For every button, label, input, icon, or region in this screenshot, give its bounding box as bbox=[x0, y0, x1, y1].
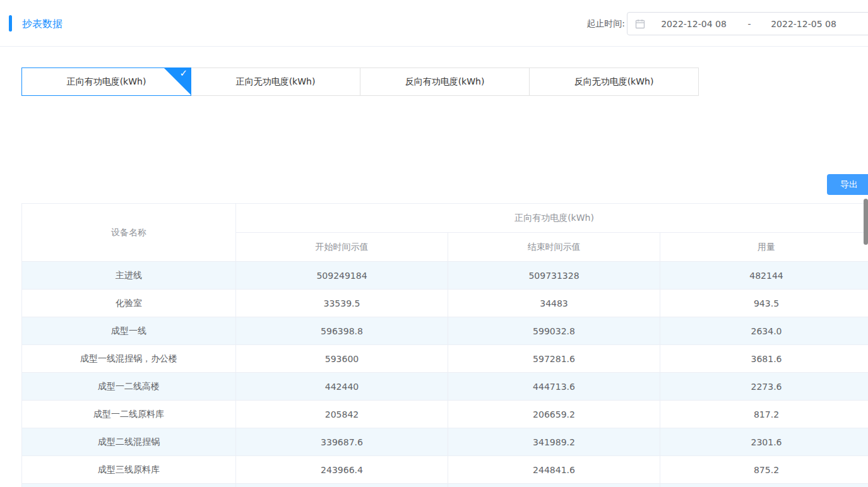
meter-reading-page: 抄表数据 起止时间: 2022-12-04 08 - 2022-12-05 08… bbox=[0, 0, 868, 487]
page-title: 抄表数据 bbox=[22, 18, 62, 31]
cell-usage: 2273.6 bbox=[660, 373, 868, 401]
col-header-device-name: 设备名称 bbox=[22, 204, 236, 262]
table-row: 成型一二线高楼 442440 444713.6 2273.6 bbox=[22, 373, 868, 401]
table-row: 化验室 33539.5 34483 943.5 bbox=[22, 290, 868, 317]
cell-device-name: 化验室 bbox=[22, 290, 236, 317]
export-button[interactable]: 导出 bbox=[827, 174, 868, 195]
calendar-icon bbox=[635, 19, 645, 29]
col-header-start-reading: 开始时间示值 bbox=[236, 233, 448, 262]
cell-start-reading: 596398.8 bbox=[236, 317, 448, 345]
cell-start-reading: 205842 bbox=[236, 401, 448, 428]
date-range-picker[interactable]: 2022-12-04 08 - 2022-12-05 08 bbox=[627, 12, 868, 35]
header-divider bbox=[0, 46, 868, 47]
cell-start-reading: 593600 bbox=[236, 345, 448, 373]
table-row: 成型一线混捏锅，办公楼 593600 597281.6 3681.6 bbox=[22, 345, 868, 373]
cell-end-reading: 597281.6 bbox=[448, 345, 660, 373]
cell-device-name: 成型一二线原料库 bbox=[22, 401, 236, 428]
cell-start-reading: 243966.4 bbox=[236, 456, 448, 484]
cell-usage: 817.2 bbox=[660, 401, 868, 428]
cell-device-name: 成型一线 bbox=[22, 317, 236, 345]
table-header: 设备名称 正向有功电度(kWh) 开始时间示值 结束时间示值 用量 bbox=[22, 204, 868, 262]
tab-label: 反向有功电度(kWh) bbox=[405, 76, 485, 88]
col-header-end-reading: 结束时间示值 bbox=[448, 233, 660, 262]
tab-label: 反向无功电度(kWh) bbox=[574, 76, 654, 88]
cell-device-name: 成型三线原料库 bbox=[22, 456, 236, 484]
tab-reverse-reactive-energy[interactable]: 反向无功电度(kWh) bbox=[529, 67, 699, 96]
date-end-value[interactable]: 2022-12-05 08 bbox=[756, 19, 851, 29]
cell-device-name: 成型一二线高楼 bbox=[22, 373, 236, 401]
cell-usage: 2301.6 bbox=[660, 428, 868, 456]
table-row-partial bbox=[22, 484, 868, 487]
cell-usage: 3681.6 bbox=[660, 345, 868, 373]
tab-forward-reactive-energy[interactable]: 正向无功电度(kWh) bbox=[191, 67, 360, 96]
cell-start-reading: 339687.6 bbox=[236, 428, 448, 456]
cell-end-reading: 599032.8 bbox=[448, 317, 660, 345]
cell-end-reading: 206659.2 bbox=[448, 401, 660, 428]
table-row: 成型一线 596398.8 599032.8 2634.0 bbox=[22, 317, 868, 345]
cell-start-reading: 33539.5 bbox=[236, 290, 448, 317]
cell-usage: 943.5 bbox=[660, 290, 868, 317]
table-row: 成型一二线原料库 205842 206659.2 817.2 bbox=[22, 401, 868, 428]
cell-usage: 2634.0 bbox=[660, 317, 868, 345]
table-row: 成型三线原料库 243966.4 244841.6 875.2 bbox=[22, 456, 868, 484]
table-body: 主进线 509249184 509731328 482144 化验室 33539… bbox=[22, 262, 868, 487]
cell-start-reading: 442440 bbox=[236, 373, 448, 401]
cell-end-reading: 244841.6 bbox=[448, 456, 660, 484]
cell-start-reading: 509249184 bbox=[236, 262, 448, 290]
group-header-metric: 正向有功电度(kWh) bbox=[236, 204, 868, 233]
cell-end-reading: 444713.6 bbox=[448, 373, 660, 401]
vertical-scrollbar-thumb[interactable] bbox=[864, 199, 868, 245]
cell-device-name: 成型一线混捏锅，办公楼 bbox=[22, 345, 236, 373]
metric-tabs: 正向有功电度(kWh) ✓ 正向无功电度(kWh) 反向有功电度(kWh) 反向… bbox=[21, 67, 699, 96]
title-accent-bar bbox=[9, 15, 12, 32]
cell-empty bbox=[660, 484, 868, 487]
cell-empty bbox=[236, 484, 448, 487]
tab-label: 正向无功电度(kWh) bbox=[236, 76, 316, 88]
cell-end-reading: 34483 bbox=[448, 290, 660, 317]
table-row: 成型二线混捏锅 339687.6 341989.2 2301.6 bbox=[22, 428, 868, 456]
tab-forward-active-energy[interactable]: 正向有功电度(kWh) ✓ bbox=[21, 67, 191, 96]
meter-data-table: 设备名称 正向有功电度(kWh) 开始时间示值 结束时间示值 用量 主进线 50… bbox=[21, 203, 868, 487]
table-row: 主进线 509249184 509731328 482144 bbox=[22, 262, 868, 290]
cell-end-reading: 509731328 bbox=[448, 262, 660, 290]
cell-usage: 482144 bbox=[660, 262, 868, 290]
cell-device-name: 成型二线混捏锅 bbox=[22, 428, 236, 456]
tab-label: 正向有功电度(kWh) bbox=[67, 76, 146, 88]
cell-device-name: 主进线 bbox=[22, 262, 236, 290]
check-icon: ✓ bbox=[179, 69, 187, 78]
date-separator: - bbox=[746, 19, 752, 29]
cell-empty bbox=[448, 484, 660, 487]
cell-usage: 875.2 bbox=[660, 456, 868, 484]
cell-end-reading: 341989.2 bbox=[448, 428, 660, 456]
tab-reverse-active-energy[interactable]: 反向有功电度(kWh) bbox=[360, 67, 530, 96]
date-start-value[interactable]: 2022-12-04 08 bbox=[646, 19, 741, 29]
col-header-usage: 用量 bbox=[660, 233, 868, 262]
date-range-label: 起止时间: bbox=[567, 18, 625, 30]
cell-empty bbox=[22, 484, 236, 487]
